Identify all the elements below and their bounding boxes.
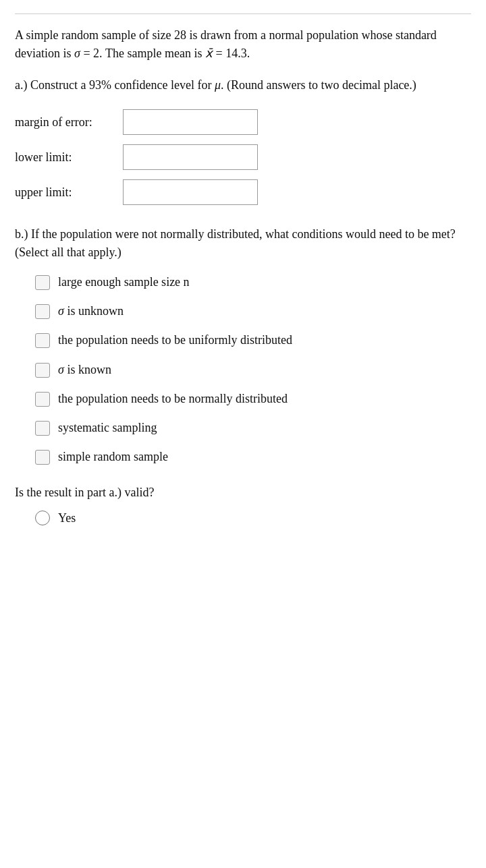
checkbox-label-uniformly-distributed[interactable]: the population needs to be uniformly dis… xyxy=(58,332,292,349)
radio-yes-label[interactable]: Yes xyxy=(58,511,76,525)
checkbox-label-normally-distributed[interactable]: the population needs to be normally dist… xyxy=(58,390,288,407)
list-item: the population needs to be uniformly dis… xyxy=(15,332,471,349)
list-item: large enough sample size n xyxy=(15,274,471,291)
checkbox-label-sigma-known[interactable]: σ is known xyxy=(58,361,111,378)
lower-limit-label: lower limit: xyxy=(15,150,123,165)
lower-limit-input[interactable] xyxy=(123,144,258,170)
list-item: σ is unknown xyxy=(15,303,471,320)
list-item: the population needs to be normally dist… xyxy=(15,390,471,407)
upper-limit-label: upper limit: xyxy=(15,185,123,200)
radio-yes[interactable] xyxy=(35,511,50,525)
top-divider xyxy=(15,13,471,14)
checkbox-list: large enough sample size n σ is unknown … xyxy=(15,274,471,465)
part-c-question: Is the result in part a.) valid? xyxy=(15,486,471,500)
margin-of-error-label: margin of error: xyxy=(15,115,123,129)
margin-of-error-row: margin of error: xyxy=(15,109,471,135)
checkbox-label-large-sample[interactable]: large enough sample size n xyxy=(58,274,190,291)
upper-limit-input[interactable] xyxy=(123,179,258,205)
main-page: A simple random sample of size 28 is dra… xyxy=(0,0,486,868)
part-a-section: a.) Construct a 93% confidence level for… xyxy=(15,76,471,205)
list-item: simple random sample xyxy=(15,449,471,465)
problem-intro: A simple random sample of size 28 is dra… xyxy=(15,26,471,63)
checkbox-simple-random-sample[interactable] xyxy=(35,450,50,465)
upper-limit-row: upper limit: xyxy=(15,179,471,205)
radio-yes-row: Yes xyxy=(15,511,471,525)
checkbox-large-sample[interactable] xyxy=(35,275,50,290)
checkbox-normally-distributed[interactable] xyxy=(35,392,50,407)
checkbox-systematic-sampling[interactable] xyxy=(35,421,50,436)
part-c-section: Is the result in part a.) valid? Yes xyxy=(15,486,471,525)
checkbox-label-systematic-sampling[interactable]: systematic sampling xyxy=(58,419,157,436)
part-a-question: a.) Construct a 93% confidence level for… xyxy=(15,76,471,94)
part-b-question: b.) If the population were not normally … xyxy=(15,225,471,262)
part-b-section: b.) If the population were not normally … xyxy=(15,225,471,465)
list-item: σ is known xyxy=(15,361,471,378)
checkbox-sigma-unknown[interactable] xyxy=(35,304,50,319)
checkbox-sigma-known[interactable] xyxy=(35,363,50,378)
checkbox-label-sigma-unknown[interactable]: σ is unknown xyxy=(58,303,124,320)
checkbox-uniformly-distributed[interactable] xyxy=(35,333,50,348)
list-item: systematic sampling xyxy=(15,419,471,436)
checkbox-label-simple-random-sample[interactable]: simple random sample xyxy=(58,449,168,465)
margin-of-error-input[interactable] xyxy=(123,109,258,135)
lower-limit-row: lower limit: xyxy=(15,144,471,170)
